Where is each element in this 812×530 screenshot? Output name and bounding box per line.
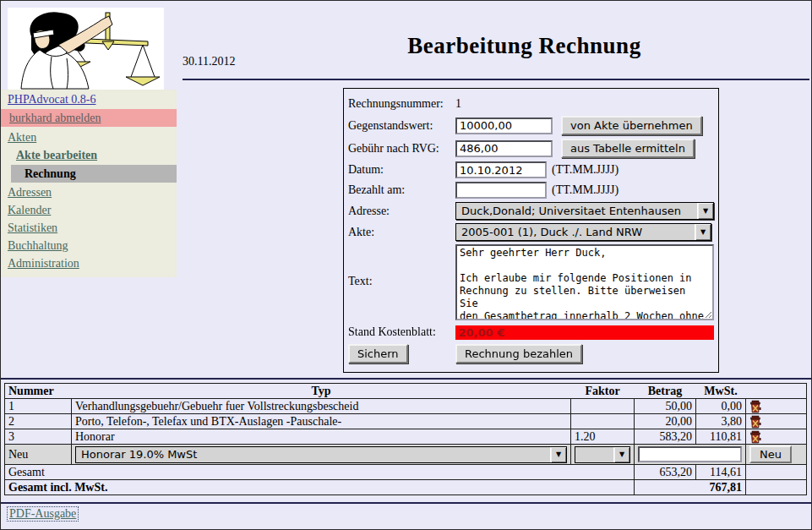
adresse-select[interactable]: Duck,Donald; Universitaet Entenhausen ▼ — [455, 202, 714, 220]
sichern-button[interactable]: Sichern — [348, 344, 408, 363]
cell-nummer: 2 — [5, 414, 72, 429]
sidebar: PHPAdvocat 0.8-6 burkhard abmelden Akten… — [1, 90, 177, 277]
cell-typ: Honorar — [72, 429, 571, 445]
pdf-ausgabe-link[interactable]: PDF-Ausgabe — [8, 507, 78, 521]
cell-faktor — [571, 414, 635, 429]
col-header-betrag: Betrag — [635, 384, 696, 399]
chevron-down-icon[interactable]: ▼ — [697, 203, 713, 219]
sidebar-item-rechnung-current[interactable]: Rechnung — [11, 165, 177, 183]
bezahlt-am-input[interactable] — [455, 182, 547, 199]
bezahlt-am-label: Bezahlt am: — [348, 183, 455, 197]
header-divider — [183, 79, 809, 80]
adresse-label: Adresse: — [348, 205, 455, 218]
table-header-row: Nummer Typ Faktor Betrag MwSt. — [5, 384, 807, 399]
new-typ-select-value: Honorar 19.0% MwSt — [81, 448, 197, 461]
gesamt-actions — [746, 465, 807, 480]
col-header-faktor: Faktor — [571, 384, 635, 399]
cell-actions — [746, 414, 807, 429]
gegenstandswert-label: Gegenstandswert: — [348, 119, 455, 133]
cell-faktor: 1.20 — [571, 429, 635, 445]
text-label: Text: — [348, 244, 455, 288]
row-stand-kostenblatt: Stand Kostenblatt: 20,00 € — [348, 324, 714, 341]
von-akte-uebernehmen-button[interactable]: von Akte übernehmen — [561, 116, 702, 135]
cell-nummer: 3 — [5, 429, 72, 445]
current-date: 30.11.2012 — [183, 55, 235, 68]
cell-betrag: 50,00 — [635, 399, 696, 414]
col-header-actions — [746, 384, 807, 399]
gesamt-incl-actions — [746, 480, 807, 495]
cell-mwst: 0,00 — [696, 399, 746, 414]
datum-input[interactable] — [455, 161, 547, 178]
new-faktor-select[interactable]: ▼ — [575, 446, 630, 463]
new-typ-select[interactable]: Honorar 19.0% MwSt ▼ — [75, 446, 567, 463]
sidebar-item-akten[interactable]: Akten — [1, 128, 177, 146]
cell-betrag: 20,00 — [635, 414, 696, 429]
trash-icon[interactable] — [749, 415, 761, 429]
row-gegenstandswert: Gegenstandswert: von Akte übernehmen — [348, 116, 714, 135]
row-datum: Datum: (TT.MM.JJJJ) — [348, 161, 714, 178]
new-typ-cell: Honorar 19.0% MwSt ▼ — [72, 445, 571, 465]
sidebar-item-akte-bearbeiten[interactable]: Akte bearbeiten — [1, 146, 177, 164]
akte-select[interactable]: 2005-001 (1), Duck ./. Land NRW ▼ — [455, 223, 711, 241]
akte-select-value: 2005-001 (1), Duck ./. Land NRW — [461, 226, 642, 238]
text-textarea[interactable]: Sehr geehrter Herr Duck, Ich erlaube mir… — [455, 244, 714, 320]
row-bezahlt-am: Bezahlt am: (TT.MM.JJJJ) — [348, 182, 714, 199]
cell-actions — [746, 429, 807, 445]
sichern-button-wrap: Sichern — [348, 344, 455, 363]
row-rechnungsnummer: Rechnungsnummer: 1 — [348, 96, 714, 112]
sidebar-item-adressen[interactable]: Adressen — [1, 183, 177, 201]
phpadvocat-version-link[interactable]: PHPAdvocat 0.8-6 — [1, 91, 177, 107]
gesamt-row: Gesamt 653,20 114,61 — [5, 465, 807, 480]
positions-table: Nummer Typ Faktor Betrag MwSt. 1 Verhand… — [4, 383, 807, 495]
gesamt-incl-label: Gesamt incl. MwSt. — [5, 480, 635, 495]
gesamt-incl-row: Gesamt incl. MwSt. 767,81 — [5, 480, 807, 495]
cell-actions — [746, 399, 807, 414]
chevron-down-icon[interactable]: ▼ — [550, 447, 566, 462]
rechnung-bezahlen-button[interactable]: Rechnung bezahlen — [455, 344, 582, 363]
footer-divider — [1, 502, 811, 504]
justitia-logo — [8, 8, 164, 90]
gesamt-mwst: 114,61 — [696, 465, 746, 480]
row-akte: Akte: 2005-001 (1), Duck ./. Land NRW ▼ — [348, 223, 714, 241]
sidebar-item-statistiken[interactable]: Statistiken — [1, 219, 177, 237]
invoice-form: Rechnungsnummer: 1 Gegenstandswert: von … — [343, 88, 719, 373]
gesamt-incl-value: 767,81 — [635, 480, 746, 495]
new-betrag-input[interactable] — [638, 446, 742, 462]
gebuehr-input[interactable] — [455, 140, 553, 157]
col-header-nummer: Nummer — [5, 384, 72, 399]
gebuehr-label: Gebühr nach RVG: — [348, 142, 455, 156]
page-title: Bearbeitung Rechnung — [246, 33, 803, 59]
rechnungsnummer-label: Rechnungsnummer: — [348, 97, 455, 111]
cell-betrag: 583,20 — [635, 429, 696, 445]
justitia-image — [8, 8, 164, 90]
cell-mwst: 110,81 — [696, 429, 746, 445]
gesamt-label: Gesamt — [5, 465, 635, 480]
chevron-down-icon[interactable]: ▼ — [613, 447, 629, 462]
new-betrag-cell — [635, 445, 746, 465]
table-row: 2 Porto, Telefon-, Telefax und BTX-Ausla… — [5, 414, 807, 429]
trash-icon[interactable] — [749, 400, 761, 413]
logout-link[interactable]: burkhard abmelden — [1, 109, 177, 127]
row-gebuehr: Gebühr nach RVG: aus Tabelle ermitteln — [348, 139, 714, 158]
cell-mwst: 3,80 — [696, 414, 746, 429]
gegenstandswert-input[interactable] — [455, 117, 553, 134]
new-faktor-cell: ▼ — [571, 445, 635, 465]
table-top-divider — [1, 378, 811, 380]
trash-icon[interactable] — [749, 430, 761, 444]
bezahlt-format-hint: (TT.MM.JJJJ) — [552, 183, 619, 197]
row-adresse: Adresse: Duck,Donald; Universitaet Enten… — [348, 202, 714, 220]
kostenblatt-status-bar: 20,00 € — [455, 325, 714, 340]
new-button-cell: Neu — [746, 445, 807, 465]
sidebar-item-kalender[interactable]: Kalender — [1, 201, 177, 219]
chevron-down-icon[interactable]: ▼ — [695, 224, 711, 240]
sidebar-item-administration[interactable]: Administration — [1, 254, 177, 272]
akte-label: Akte: — [348, 226, 455, 239]
aus-tabelle-ermitteln-button[interactable]: aus Tabelle ermitteln — [561, 139, 695, 158]
new-row-label: Neu — [5, 445, 72, 465]
new-position-row: Neu Honorar 19.0% MwSt ▼ ▼ Neu — [5, 445, 807, 465]
cell-typ: Porto, Telefon-, Telefax und BTX-Auslage… — [72, 414, 571, 429]
neu-button[interactable]: Neu — [749, 445, 792, 463]
stand-kostenblatt-label: Stand Kostenblatt: — [348, 325, 455, 339]
col-header-mwst: MwSt. — [696, 384, 746, 399]
sidebar-item-buchhaltung[interactable]: Buchhaltung — [1, 237, 177, 254]
